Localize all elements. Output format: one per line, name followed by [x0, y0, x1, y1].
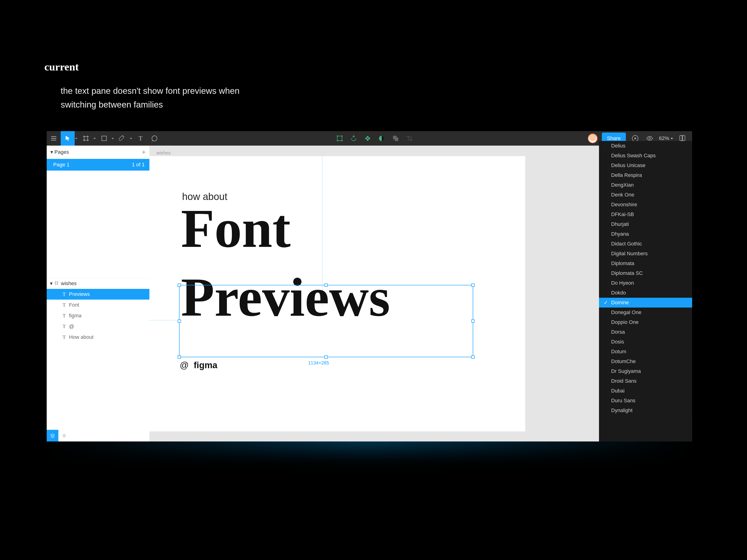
resize-handle-bm[interactable] [325, 355, 328, 358]
pages-header[interactable]: ▾Pages + [47, 145, 149, 159]
font-option[interactable]: Delius [599, 141, 692, 151]
font-option[interactable]: Devonshire [599, 200, 692, 210]
resize-handle-br[interactable] [471, 355, 474, 358]
font-option[interactable]: Domine [599, 298, 692, 308]
pen-tool-dropdown[interactable] [129, 135, 133, 141]
left-panel-footer [47, 430, 149, 442]
frame-icon [54, 281, 59, 287]
font-family-dropdown[interactable]: DeliusDelius Swash CapsDelius UnicaseDel… [599, 141, 692, 442]
pen-tool[interactable] [115, 131, 129, 145]
artboard[interactable]: how about Font Previews 1134×285 @ figma [149, 156, 525, 431]
chevron-down-icon: ▾ [50, 281, 53, 287]
font-option[interactable]: Do Hyeon [599, 278, 692, 288]
chevron-down-icon: ▾ [50, 149, 53, 155]
font-option[interactable]: Delius Swash Caps [599, 151, 692, 161]
move-tool-dropdown[interactable] [75, 135, 78, 141]
layers-frame-header[interactable]: ▾ wishes [47, 278, 149, 289]
layers-icon [50, 433, 55, 438]
layer-item-figma[interactable]: T figma [47, 310, 149, 321]
layer-item-previews[interactable]: T Previews [47, 289, 149, 300]
chevron-down-icon [93, 135, 96, 141]
user-avatar[interactable] [588, 133, 598, 143]
font-option[interactable]: Dorsa [599, 327, 692, 337]
font-option[interactable]: Dokdo [599, 288, 692, 298]
move-tool[interactable] [61, 131, 75, 145]
canvas[interactable]: wishes how about Font Previews 1134×2 [149, 145, 692, 442]
crop-button[interactable] [406, 135, 413, 142]
chevron-down-icon [671, 135, 673, 141]
component-icon [364, 135, 371, 142]
pen-icon [119, 135, 126, 142]
font-option[interactable]: Diplomata [599, 259, 692, 268]
figma-app-window: T Share 62% [47, 131, 692, 442]
page-item[interactable]: Page 1 1 of 1 [47, 159, 149, 170]
components-tab[interactable] [58, 430, 70, 442]
toolbar: T Share 62% [47, 131, 692, 145]
boolean-button[interactable] [392, 135, 399, 142]
font-option[interactable]: DFKai-SB [599, 210, 692, 219]
font-option[interactable]: Dhurjati [599, 219, 692, 229]
toolbar-left: T [47, 131, 161, 145]
page-name: Page 1 [53, 162, 70, 168]
selection-dimensions: 1134×285 [308, 360, 329, 366]
comment-tool[interactable] [148, 131, 161, 145]
font-option[interactable]: Diplomata SC [599, 268, 692, 278]
font-option[interactable]: DengXian [599, 180, 692, 190]
font-option[interactable]: Dotum [599, 347, 692, 356]
rectangle-icon [101, 135, 108, 142]
create-component-button[interactable] [364, 135, 371, 142]
svg-rect-0 [102, 136, 106, 141]
cursor-icon [64, 135, 71, 142]
font-option[interactable]: Denk One [599, 190, 692, 200]
font-option[interactable]: Doppio One [599, 317, 692, 327]
shape-tool-dropdown[interactable] [111, 135, 114, 141]
font-option[interactable]: Dubai [599, 386, 692, 396]
font-option[interactable]: Didact Gothic [599, 239, 692, 249]
text-icon: T [62, 313, 66, 319]
font-option[interactable]: Dhyana [599, 229, 692, 239]
layer-item-at[interactable]: T @ [47, 321, 149, 332]
add-page-button[interactable]: + [142, 149, 146, 156]
resize-handle-bl[interactable] [178, 355, 181, 358]
layer-item-howabout[interactable]: T How about [47, 332, 149, 343]
canvas-frame-label[interactable]: wishes [156, 150, 171, 156]
resize-handle-tm[interactable] [325, 284, 328, 287]
layers-tab[interactable] [47, 430, 58, 442]
resize-handle-tl[interactable] [178, 284, 181, 287]
resize-handle-mr[interactable] [471, 319, 474, 323]
layer-label: How about [69, 334, 93, 340]
font-option[interactable]: Dosis [599, 337, 692, 347]
text-font[interactable]: Font [181, 197, 291, 260]
crop-icon [406, 135, 413, 142]
font-option[interactable]: Duru Sans [599, 396, 692, 405]
text-icon: T [62, 291, 66, 297]
menu-button[interactable] [47, 131, 61, 145]
text-icon: T [62, 302, 66, 308]
page-count: 1 of 1 [132, 162, 145, 168]
slide-desc-line2: switching between families [61, 98, 341, 111]
frame-tool-dropdown[interactable] [93, 135, 96, 141]
text-tool[interactable]: T [133, 131, 148, 145]
frame-tool[interactable] [79, 131, 93, 145]
shape-tool[interactable] [97, 131, 111, 145]
font-option[interactable]: Dynalight [599, 405, 692, 415]
edit-object-button[interactable] [336, 135, 343, 142]
resize-handle-tr[interactable] [471, 284, 474, 287]
font-option[interactable]: Delius Unicase [599, 161, 692, 170]
layer-item-font[interactable]: T Font [47, 300, 149, 310]
chevron-down-icon [130, 135, 132, 141]
frame-name: wishes [61, 281, 77, 287]
font-option[interactable]: Donegal One [599, 308, 692, 317]
reset-instance-button[interactable] [350, 135, 357, 142]
font-option[interactable]: Digital Numbers [599, 249, 692, 259]
text-at-figma[interactable]: @ figma [180, 360, 217, 370]
font-option[interactable]: Dr Sugiyama [599, 366, 692, 376]
font-option[interactable]: DotumChe [599, 356, 692, 366]
resize-handle-ml[interactable] [178, 319, 181, 323]
font-option[interactable]: Droid Sans [599, 376, 692, 386]
font-option[interactable]: Della Respira [599, 170, 692, 180]
chevron-down-icon [75, 135, 77, 141]
selection-box[interactable] [179, 285, 473, 357]
zoom-level[interactable]: 62% [659, 135, 673, 141]
mask-button[interactable] [378, 135, 385, 142]
